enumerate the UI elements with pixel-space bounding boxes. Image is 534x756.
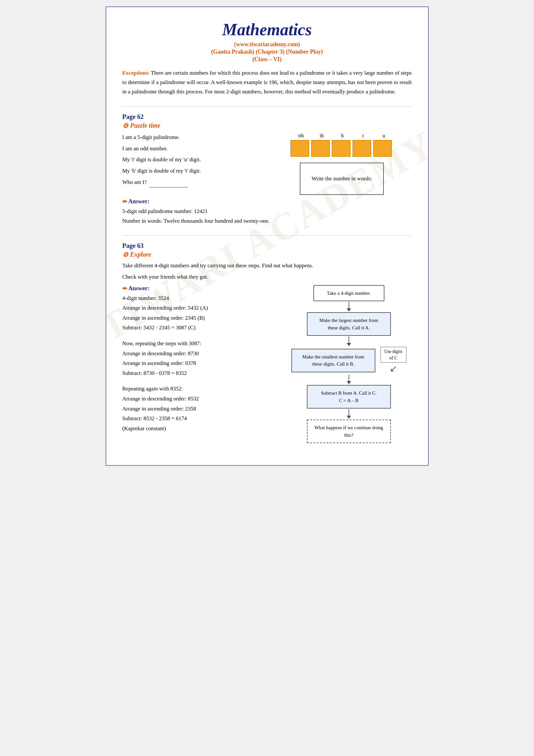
flowchart-text4-line2: C = A – B [314, 397, 384, 404]
page-title: Mathematics [122, 20, 412, 39]
digit-box-h [332, 140, 350, 157]
clue-2: I am an odd number. [122, 144, 262, 153]
arrow-line-4 [348, 409, 349, 416]
pencil-icon-p63: ✏ [122, 285, 127, 292]
exceptions-label: Exceptions [122, 70, 148, 76]
clue-1: I am a 5-digit palindrome. [122, 133, 262, 142]
puzzle-clues: I am a 5-digit palindrome. I am an odd n… [122, 133, 262, 189]
puzzle-time-title: ⚙ Puzzle time [122, 122, 412, 130]
arrow-line-1 [348, 302, 349, 308]
explore-ans-0: 4-digit number: 3524 [122, 293, 276, 304]
flowchart-box4: Subtract B from A. Call it C. C = A – B [307, 385, 391, 409]
gear-icon-puzzle: ⚙ [122, 122, 128, 130]
puzzle-time-label: Puzzle time [130, 122, 161, 129]
page-content: Mathematics (www.tiwariacademy.com) (Gan… [122, 20, 412, 443]
write-number-text: Write the number in words: [312, 176, 372, 182]
answer-blank [149, 178, 188, 187]
arrow-head-1 [347, 308, 351, 311]
page62-label: Page 62 [122, 113, 412, 121]
use-digits-label: Use digits of C [381, 347, 406, 363]
website-subtitle: (www.tiwariacademy.com) [122, 41, 412, 48]
explore-ans-11: Arrange in descending order: 8532 [122, 394, 276, 404]
explore-answer-left: ✏ Answer: 4-digit number: 3524 Arrange i… [122, 285, 276, 434]
clue-4: My 'h' digit is double of my 't' digit. [122, 167, 262, 176]
label-th: th [312, 133, 331, 139]
answer-label-text-p62: Answer: [129, 198, 150, 205]
flow-row-smallest: Make the smallest number from these digi… [292, 347, 406, 374]
answer-label-p63: ✏ Answer: [122, 285, 276, 292]
flowchart-box3: Make the smallest number from these digi… [292, 349, 375, 372]
flowchart-text2: Make the largest number from these digit… [319, 318, 378, 330]
flowchart-box2: Make the largest number from these digit… [307, 312, 391, 336]
arrow-head-4 [347, 416, 351, 419]
page62-section: Page 62 ⚙ Puzzle time I am a 5-digit pal… [122, 113, 412, 226]
page63-label: Page 63 [122, 242, 412, 250]
digit-boxes-container: tth th h t u [291, 133, 393, 157]
flowchart-text4-line1: Subtract B from A. Call it C. [314, 390, 384, 397]
chapter-subtitle: (Ganita Prakash) (Chapter 3) (Number Pla… [122, 48, 412, 55]
answer-line-2-p62: Number in words: Twelve thousands four h… [122, 216, 412, 226]
label-u: u [374, 133, 393, 139]
class-subtitle: (Class – VI) [122, 56, 412, 63]
label-t: t [354, 133, 372, 139]
digit-box-t [352, 140, 371, 157]
page63-section: Page 63 ⚙ Explore Take different 4-digit… [122, 242, 412, 443]
write-number-box: Write the number in words: [300, 163, 384, 195]
flowchart-container: Take a 4-digit number. Make the largest … [286, 285, 412, 444]
exceptions-paragraph: Exceptions: There are certain numbers fo… [122, 68, 412, 97]
explore-body-2: Check with your friends what they got. [122, 273, 412, 282]
explore-ans-1: Arrange in descending order: 5432 (A) [122, 303, 276, 313]
explore-title: ⚙ Explore [122, 251, 412, 258]
explore-ans-12: Arrange in ascending order: 2358 [122, 404, 276, 414]
exceptions-text: : There are certain numbers for which th… [122, 70, 412, 95]
flow-arrow-1 [347, 302, 351, 311]
flowchart-text5: What happens if we continue doing this? [314, 425, 383, 438]
explore-ans-7: Arrange in ascending order: 0378 [122, 359, 276, 368]
explore-body-1: Take different 4-digit numbers and try c… [122, 261, 412, 271]
flow-arrow-4 [347, 409, 351, 419]
answer-label-text-p63: Answer: [129, 285, 150, 292]
puzzle-layout: I am a 5-digit palindrome. I am an odd n… [122, 133, 412, 195]
divider-1 [122, 106, 412, 107]
flowchart: Take a 4-digit number. Make the largest … [292, 285, 406, 444]
who-am-i-text: Who am I? [122, 179, 147, 185]
flowchart-box5: What happens if we continue doing this? [307, 419, 391, 443]
gear-icon-explore: ⚙ [122, 251, 128, 258]
answer-label-p62: ✏ Answer: [122, 198, 412, 205]
divider-2 [122, 235, 412, 236]
explore-ans-13: Subtract: 8532 - 2358 = 6174 [122, 414, 276, 424]
explore-ans-5: Now, repeating the steps with 3087: [122, 339, 276, 349]
flowchart-text1: Take a 4-digit number. [327, 290, 371, 296]
flowchart-box1: Take a 4-digit number. [313, 285, 384, 302]
arrow-head-3 [347, 381, 351, 384]
digit-box-th [311, 140, 330, 157]
puzzle-right-side: tth th h t u [272, 133, 412, 195]
digit-labels-row: tth th h t u [291, 133, 393, 139]
digit-boxes-row [291, 140, 392, 157]
pencil-icon-p62: ✏ [122, 198, 127, 205]
clue-5: Who am I? [122, 178, 262, 187]
curved-arrow-icon: ↙ [390, 363, 397, 374]
side-annotation: Use digits of C ↙ [381, 347, 406, 374]
arrow-head-2 [347, 343, 351, 346]
arrow-line-3 [348, 375, 349, 381]
explore-ans-2: Arrange in ascending order: 2345 (B) [122, 313, 276, 323]
arrow-line-2 [348, 337, 349, 343]
explore-ans-10: Repeating again with 8352: [122, 384, 276, 394]
flowchart-text3: Make the smallest number from these digi… [302, 354, 365, 367]
explore-layout: ✏ Answer: 4-digit number: 3524 Arrange i… [122, 285, 412, 444]
explore-ans-14: (Kaprekar constant) [122, 424, 276, 434]
digit-box-tth [291, 140, 309, 157]
label-tth: tth [292, 133, 311, 139]
label-h: h [333, 133, 352, 139]
page62-answer: ✏ Answer: 5-digit odd palindrome number:… [122, 198, 412, 226]
explore-ans-6: Arrange in descending order: 8730 [122, 349, 276, 359]
flow-arrow-3 [347, 375, 351, 384]
page-container: TIWARI ACADEMY Mathematics (www.tiwariac… [106, 7, 429, 466]
digit-box-u [373, 140, 392, 157]
explore-label: Explore [130, 251, 151, 258]
flow-arrow-2 [347, 337, 351, 346]
explore-ans-3: Subtract: 5432 - 2345 = 3087 (C) [122, 323, 276, 333]
explore-ans-8: Subtract: 8730 - 0378 = 8352 [122, 368, 276, 378]
answer-line-1-p62: 5-digit odd palindrome number: 12421 [122, 206, 412, 217]
